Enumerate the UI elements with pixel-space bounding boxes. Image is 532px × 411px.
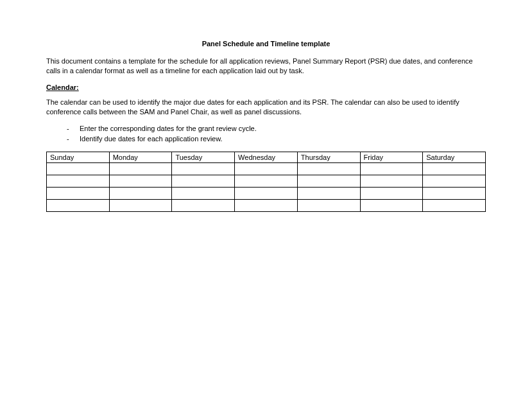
dash-icon: - [67,134,80,144]
col-wednesday: Wednesday [235,152,298,163]
table-header-row: Sunday Monday Tuesday Wednesday Thursday… [47,152,486,163]
intro-paragraph: This document contains a template for th… [46,57,486,76]
bullet-list: - Enter the corresponding dates for the … [67,124,486,144]
col-thursday: Thursday [297,152,360,163]
calendar-table: Sunday Monday Tuesday Wednesday Thursday… [46,152,486,212]
bullet-text: Identify due dates for each application … [80,134,223,144]
col-tuesday: Tuesday [172,152,235,163]
col-monday: Monday [109,152,172,163]
table-row [47,188,486,200]
bullet-text: Enter the corresponding dates for the gr… [80,124,257,134]
col-sunday: Sunday [47,152,110,163]
document-page: Panel Schedule and Timeline template Thi… [0,0,532,212]
list-item: - Enter the corresponding dates for the … [67,124,486,134]
table-row [47,175,486,188]
calendar-heading: Calendar: [46,83,486,91]
calendar-description: The calendar can be used to identify the… [46,98,486,117]
col-friday: Friday [360,152,423,163]
col-saturday: Saturday [423,152,486,163]
table-row [47,163,486,175]
list-item: - Identify due dates for each applicatio… [67,134,486,144]
dash-icon: - [67,124,80,134]
page-title: Panel Schedule and Timeline template [46,40,486,48]
table-row [47,200,486,212]
